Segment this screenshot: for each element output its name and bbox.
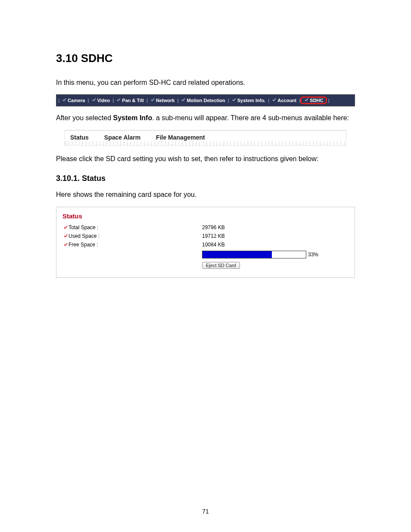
nav-separator: | — [327, 98, 330, 103]
subsection-heading: 3.10.1. Status — [56, 174, 355, 183]
nav-item-video[interactable]: Video — [90, 98, 112, 103]
nav-item-pan-tilt[interactable]: Pan & Tilt — [115, 98, 146, 103]
check-icon — [232, 98, 236, 103]
status-panel: Status Total Space :29796 KBUsed Space :… — [56, 207, 355, 278]
nav-item-label: System Info. — [237, 98, 265, 103]
nav-separator: | — [176, 98, 179, 103]
nav-item-label: Motion Detection — [187, 98, 225, 103]
check-icon — [272, 98, 276, 103]
check-icon — [62, 98, 66, 103]
submenu-item-file-management[interactable]: File Management — [156, 134, 205, 141]
status-label: Used Space : — [68, 232, 202, 240]
nav-item-camera[interactable]: Camera — [60, 98, 87, 103]
status-value: 29796 KB — [202, 223, 225, 232]
status-row: Used Space :19712 KB — [62, 232, 349, 240]
nav-item-label: Video — [97, 98, 110, 103]
progress-fill — [202, 251, 272, 258]
nav-separator: | — [227, 98, 230, 103]
section-heading: 3.10 SDHC — [56, 52, 355, 65]
nav-item-label: SDHC — [310, 98, 323, 103]
status-label: Free Space : — [68, 240, 202, 249]
nav-item-label: Account — [277, 98, 296, 103]
progress-row: 33% — [202, 251, 349, 258]
progress-percent-label: 33% — [308, 252, 318, 258]
check-icon — [62, 243, 68, 247]
check-icon — [304, 98, 308, 103]
nav-item-account[interactable]: Account — [270, 98, 298, 103]
nav-item-label: Camera — [68, 98, 85, 103]
nav-item-system-info-[interactable]: System Info. — [230, 98, 267, 103]
check-icon — [92, 98, 96, 103]
intro-paragraph: In this menu, you can perform SD-HC card… — [56, 78, 355, 87]
nav-item-network[interactable]: Network — [149, 98, 176, 103]
submenu-item-space-alarm[interactable]: Space Alarm — [104, 134, 140, 141]
check-icon — [62, 225, 68, 230]
panel-title: Status — [62, 212, 349, 220]
nav-item-label: Pan & Tilt — [122, 98, 144, 103]
nav-separator: | — [87, 98, 90, 103]
nav-separator: | — [112, 98, 115, 103]
check-icon — [116, 98, 121, 103]
nav-separator: | — [146, 98, 149, 103]
status-row: Free Space :10084 KB — [62, 240, 349, 249]
after-nav-paragraph: After you selected System Info. a sub-me… — [56, 113, 355, 123]
instruction-paragraph: Please click the SD card setting you wis… — [56, 154, 355, 164]
check-icon — [62, 234, 68, 238]
text-post: . a sub-menu will appear. There are 4 su… — [152, 114, 349, 121]
nav-separator: | — [57, 98, 60, 103]
nav-item-label: Network — [156, 98, 174, 103]
page-number: 71 — [0, 508, 411, 515]
progress-bar — [202, 251, 306, 258]
nav-separator: | — [267, 98, 270, 103]
text-bold: System Info — [113, 114, 153, 121]
subsection-body: Here shows the remaining card space for … — [56, 190, 355, 199]
submenu-item-status[interactable]: Status — [70, 134, 89, 141]
check-icon — [150, 98, 155, 103]
status-value: 19712 KB — [202, 232, 225, 240]
nav-highlight: SDHC — [300, 96, 327, 104]
submenu-bar: StatusSpace AlarmFile Management — [65, 130, 346, 146]
status-label: Total Space : — [68, 223, 202, 232]
nav-item-motion-detection[interactable]: Motion Detection — [179, 98, 227, 103]
text-pre: After you selected — [56, 114, 113, 121]
eject-sd-button[interactable]: Eject SD Card — [202, 262, 240, 269]
top-navbar: |Camera|Video|Pan & Tilt|Network|Motion … — [56, 94, 355, 106]
status-value: 10084 KB — [202, 240, 225, 249]
status-row: Total Space :29796 KB — [62, 223, 349, 232]
check-icon — [181, 98, 185, 103]
nav-item-sdhc[interactable]: SDHC — [302, 98, 325, 103]
